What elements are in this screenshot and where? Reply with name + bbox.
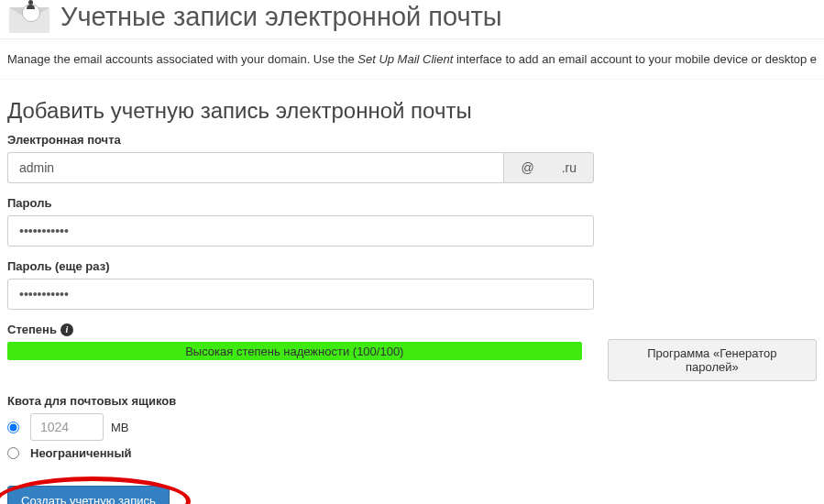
description-emphasis: Set Up Mail Client [357, 52, 453, 66]
description-suffix: interface to add an email account to you… [453, 52, 817, 66]
create-button-wrap: Создать учетную запись [7, 486, 170, 504]
strength-label-text: Степень [7, 323, 57, 336]
at-symbol: @ [521, 160, 533, 175]
add-account-title: Добавить учетную запись электронной почт… [7, 98, 817, 124]
quota-unlimited-radio[interactable] [7, 447, 19, 459]
strength-text: Высокая степень надежности (100/100) [185, 345, 403, 358]
info-icon[interactable]: i [60, 323, 73, 336]
form-content: Добавить учетную запись электронной почт… [0, 80, 824, 504]
page-description: Manage the email accounts associated wit… [0, 39, 824, 80]
domain-text: .ru [562, 160, 577, 175]
email-domain-addon: @ .ru [503, 152, 594, 183]
password-label: Пароль [7, 196, 817, 210]
password-repeat-label: Пароль (еще раз) [7, 259, 817, 273]
password-repeat-input[interactable] [7, 279, 594, 310]
quota-input[interactable] [30, 413, 104, 441]
quota-limited-radio[interactable] [7, 422, 19, 433]
page-title: Учетные записи электронной почты [60, 1, 502, 33]
quota-unit: MB [111, 421, 129, 434]
strength-bar: Высокая степень надежности (100/100) [7, 342, 582, 360]
strength-label: Степень i [7, 323, 582, 336]
quota-unlimited-label: Неограниченный [30, 446, 132, 460]
password-group: Пароль [7, 196, 817, 247]
create-account-button[interactable]: Создать учетную запись [7, 486, 170, 504]
password-generator-button[interactable]: Программа «Генератор паролей» [608, 339, 817, 381]
quota-group: Квота для почтовых ящиков MB Неограничен… [7, 394, 817, 460]
email-label: Электронная почта [7, 133, 817, 147]
email-accounts-icon [7, 0, 49, 33]
quota-label: Квота для почтовых ящиков [7, 394, 817, 408]
page-header: Учетные записи электронной почты [0, 0, 824, 39]
password-input[interactable] [7, 215, 594, 247]
email-input[interactable] [7, 152, 503, 183]
description-prefix: Manage the email accounts associated wit… [7, 52, 357, 66]
password-repeat-group: Пароль (еще раз) [7, 259, 817, 310]
email-group: Электронная почта @ .ru [7, 133, 817, 183]
strength-group: Степень i Высокая степень надежности (10… [7, 323, 817, 381]
